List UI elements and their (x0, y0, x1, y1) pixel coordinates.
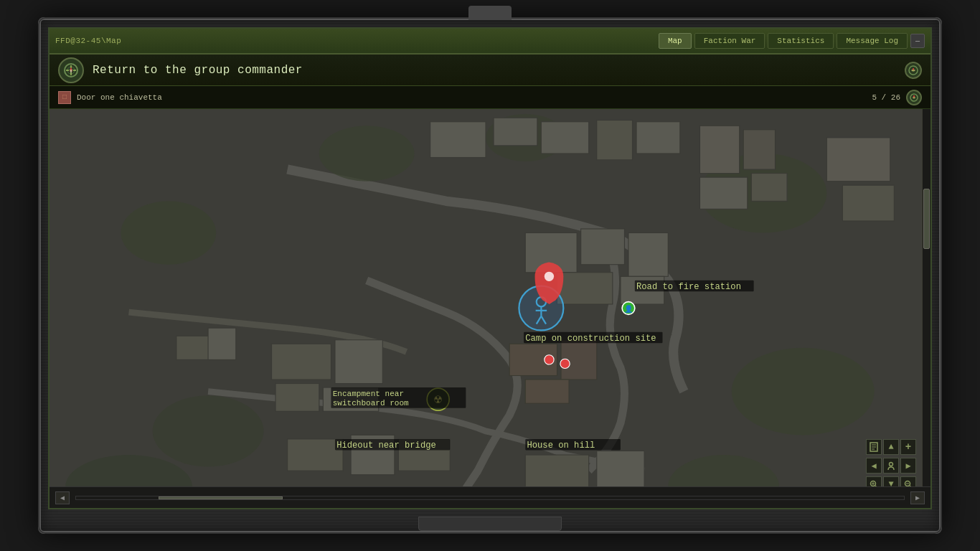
scroll-right-button[interactable]: ▶ (910, 491, 925, 504)
close-button[interactable]: — (910, 34, 925, 48)
subquest-icon: □ (58, 91, 71, 104)
svg-point-94 (890, 463, 893, 466)
svg-rect-23 (541, 122, 588, 154)
svg-point-63 (545, 272, 554, 281)
svg-rect-25 (636, 122, 680, 154)
map-ctrl-zoom-in[interactable]: + (900, 439, 916, 455)
svg-rect-56 (208, 328, 236, 359)
horizontal-scrollbar[interactable] (75, 496, 905, 500)
svg-point-13 (121, 201, 216, 264)
screen: FFD@32-45\Map Map Faction War Statistics… (48, 27, 932, 509)
svg-rect-28 (699, 177, 747, 209)
scroll-left-button[interactable]: ◀ (55, 491, 70, 504)
svg-rect-39 (525, 380, 569, 403)
svg-rect-26 (699, 126, 739, 173)
game-window: FFD@32-45\Map Map Faction War Statistics… (38, 17, 942, 534)
map-ctrl-player[interactable] (883, 458, 899, 474)
quest-icon (58, 57, 84, 83)
svg-rect-21 (430, 122, 486, 158)
svg-text:Camp on construction site: Camp on construction site (525, 334, 656, 344)
svg-rect-27 (743, 130, 775, 169)
map-ctrl-up[interactable]: ▲ (883, 439, 899, 455)
svg-text:Road to fire station: Road to fire station (636, 282, 741, 292)
svg-rect-35 (557, 273, 612, 304)
quest-nav-button[interactable] (905, 62, 922, 79)
svg-text:👤: 👤 (624, 304, 633, 314)
svg-rect-47 (525, 455, 588, 491)
svg-rect-24 (597, 121, 633, 160)
subquest-counter: 5 / 26 (872, 93, 900, 102)
svg-text:Encampment near: Encampment near (333, 390, 404, 398)
svg-rect-31 (842, 185, 894, 221)
nav-tabs: Map Faction War Statistics Message Log — (659, 33, 925, 49)
svg-point-69 (560, 359, 570, 368)
svg-rect-41 (335, 340, 382, 384)
svg-point-15 (153, 395, 264, 466)
svg-rect-34 (628, 233, 668, 277)
svg-point-68 (545, 355, 554, 364)
cable-decoration (468, 6, 512, 20)
tab-faction-war[interactable]: Faction War (694, 33, 765, 49)
tab-statistics[interactable]: Statistics (768, 33, 834, 49)
subquest-text: Door one chiavetta (77, 93, 866, 102)
bottom-bar: ◀ ▶ (50, 486, 930, 508)
map-ctrl-left[interactable]: ◀ (866, 458, 882, 474)
map-container[interactable]: ☢ 👤 Road to fire station Camp on constru (50, 109, 930, 508)
map-controls: ▲ + ◀ ▶ ▼ (866, 439, 916, 494)
svg-rect-33 (581, 229, 625, 265)
svg-rect-22 (494, 118, 537, 146)
map-scrollbar-vertical[interactable] (922, 109, 930, 508)
quest-title: Return to the group commander (93, 64, 896, 77)
stand-decoration (418, 517, 562, 531)
svg-rect-30 (826, 138, 890, 182)
svg-rect-44 (288, 439, 343, 471)
map-ctrl-notes[interactable] (866, 439, 882, 455)
svg-point-19 (319, 126, 415, 181)
subquest-bar: □ Door one chiavetta 5 / 26 (50, 86, 930, 109)
svg-rect-40 (272, 344, 331, 380)
scroll-thumb[interactable] (159, 496, 283, 499)
tab-message-log[interactable]: Message Log (837, 33, 908, 49)
title-path: FFD@32-45\Map (55, 37, 653, 45)
subquest-nav-button[interactable] (906, 90, 922, 105)
svg-text:switchboard room: switchboard room (333, 399, 409, 408)
svg-rect-42 (275, 384, 319, 412)
quest-header: Return to the group commander (50, 55, 930, 86)
svg-text:House on hill: House on hill (527, 441, 595, 451)
map-ctrl-right[interactable]: ▶ (900, 458, 916, 474)
tab-map[interactable]: Map (659, 33, 692, 49)
scrollbar-thumb-v[interactable] (923, 189, 930, 248)
svg-rect-29 (751, 174, 787, 202)
title-bar: FFD@32-45\Map Map Faction War Statistics… (50, 29, 930, 55)
svg-text:Hideout near bridge: Hideout near bridge (336, 441, 436, 451)
svg-rect-55 (176, 336, 212, 359)
compass-icon (63, 62, 79, 78)
svg-point-16 (732, 348, 875, 435)
map-svg: ☢ 👤 Road to fire station Camp on constru (50, 109, 922, 499)
